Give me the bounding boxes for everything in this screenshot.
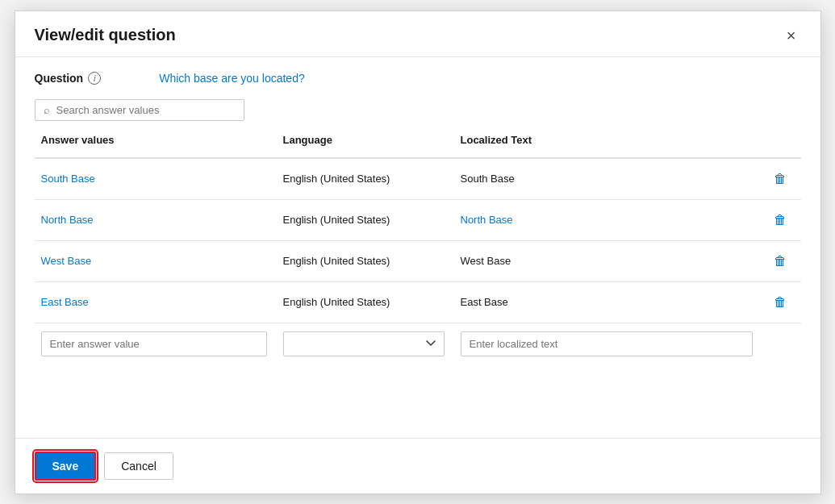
dialog-title: View/edit question: [35, 26, 176, 44]
delete-cell-3: 🗑: [762, 282, 801, 323]
language-dropdown-cell: English (United States): [277, 328, 454, 360]
col-header-answer: Answer values: [35, 134, 277, 151]
localized-text-3: East Base: [454, 288, 762, 316]
language-3: English (United States): [277, 288, 454, 316]
new-row-actions: [762, 340, 801, 347]
delete-icon-0: 🗑: [774, 172, 787, 186]
search-box: ⌕: [35, 99, 244, 121]
delete-button-0[interactable]: 🗑: [769, 167, 791, 191]
delete-cell-1: 🗑: [762, 200, 801, 240]
col-header-language: Language: [277, 134, 454, 151]
answer-value-1: North Base: [35, 206, 277, 234]
cancel-button[interactable]: Cancel: [104, 452, 173, 480]
delete-button-1[interactable]: 🗑: [769, 208, 791, 232]
col-header-actions: [762, 134, 801, 151]
view-edit-question-dialog: View/edit question × Question i Which ba…: [15, 10, 821, 494]
table-row: North Base English (United States) North…: [35, 200, 801, 241]
search-input[interactable]: [56, 104, 236, 116]
question-label-text: Question: [35, 72, 84, 85]
question-label: Question i: [35, 72, 102, 85]
delete-cell-2: 🗑: [762, 241, 801, 281]
dialog-body: Question i Which base are you located? ⌕…: [15, 57, 820, 425]
save-button[interactable]: Save: [35, 452, 97, 481]
delete-cell-0: 🗑: [762, 159, 801, 199]
answer-values-table: Answer values Language Localized Text So…: [35, 134, 801, 360]
search-icon: ⌕: [44, 104, 50, 116]
new-entry-row: English (United States): [35, 328, 801, 360]
answer-value-0: South Base: [35, 165, 277, 193]
answer-value-3: East Base: [35, 288, 277, 316]
table-row: East Base English (United States) East B…: [35, 282, 801, 323]
delete-icon-1: 🗑: [774, 213, 787, 227]
localized-text-0: South Base: [454, 165, 762, 193]
question-text: Which base are you located?: [159, 72, 305, 85]
answer-value-input[interactable]: [41, 331, 267, 356]
close-button[interactable]: ×: [782, 26, 801, 45]
language-0: English (United States): [277, 165, 454, 193]
delete-icon-2: 🗑: [774, 254, 787, 269]
language-2: English (United States): [277, 247, 454, 275]
info-icon: i: [88, 72, 101, 85]
delete-button-3[interactable]: 🗑: [769, 290, 791, 314]
dialog-header: View/edit question ×: [15, 11, 820, 57]
localized-text-2: West Base: [454, 247, 762, 275]
answer-value-2: West Base: [35, 247, 277, 275]
language-dropdown[interactable]: English (United States): [283, 331, 445, 356]
localized-text-input[interactable]: [461, 331, 753, 356]
localized-text-input-cell: [454, 328, 762, 360]
answer-value-input-cell: [35, 328, 277, 360]
table-row: West Base English (United States) West B…: [35, 241, 801, 282]
dialog-footer: Save Cancel: [15, 438, 820, 494]
col-header-localized: Localized Text: [454, 134, 762, 151]
delete-icon-3: 🗑: [774, 295, 787, 310]
table-header: Answer values Language Localized Text: [35, 134, 801, 159]
delete-button-2[interactable]: 🗑: [769, 249, 791, 273]
language-1: English (United States): [277, 206, 454, 234]
question-row: Question i Which base are you located?: [35, 72, 801, 85]
localized-text-1: North Base: [454, 206, 762, 234]
table-row: South Base English (United States) South…: [35, 159, 801, 200]
